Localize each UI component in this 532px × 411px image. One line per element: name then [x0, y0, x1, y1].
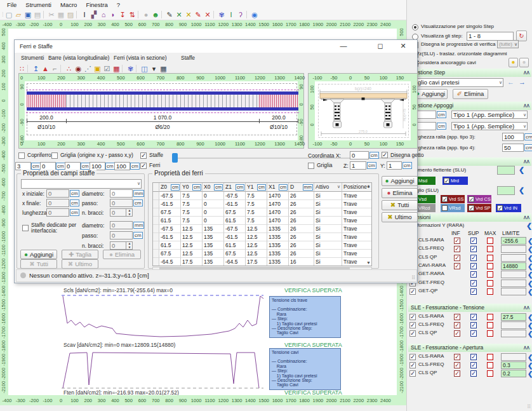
light-on-button[interactable]: ●: [509, 58, 518, 67]
table-cell[interactable]: 12.5: [181, 233, 203, 241]
last-bar-button[interactable]: ✖Ultimo: [382, 212, 418, 222]
table-cell[interactable]: 7.5: [181, 208, 203, 217]
table-cell[interactable]: 61.5: [224, 241, 246, 250]
inf-checkbox[interactable]: [454, 370, 460, 377]
ferri-staffe-dialog[interactable]: Ferri e Staffe — ◻ ✕ StrumentiBarre (vis…: [14, 39, 418, 283]
table-cell[interactable]: 67.5: [224, 208, 246, 217]
inf-checkbox[interactable]: [454, 255, 460, 261]
table-cell[interactable]: 1335: [267, 258, 289, 266]
table-cell[interactable]: Trave: [342, 208, 372, 217]
bulb-box-icon[interactable]: ▣: [93, 64, 102, 73]
table-cell[interactable]: 7.5: [246, 217, 267, 225]
arrows-updown-icon[interactable]: ⇅: [128, 10, 137, 19]
menu-item-macro[interactable]: Macro: [56, 1, 81, 9]
column-header-z0[interactable]: Z0cm: [159, 183, 181, 192]
table-cell[interactable]: Si: [314, 233, 342, 241]
clsrara-limit-field[interactable]: -255.6: [501, 237, 526, 245]
chip-checkbox[interactable]: ✓: [442, 196, 448, 202]
table-cell[interactable]: Si: [314, 208, 342, 217]
column-header-x1[interactable]: X1cm: [267, 183, 289, 192]
inf-checkbox[interactable]: [454, 263, 460, 269]
disegna-getto-checkbox[interactable]: [382, 152, 388, 158]
split-box-icon[interactable]: ◫: [140, 64, 149, 73]
gear-icon[interactable]: ✾: [217, 10, 227, 19]
getfreq-limit-field[interactable]: [501, 280, 526, 287]
table-cell[interactable]: 135: [203, 233, 224, 241]
table-cell[interactable]: Si: [314, 192, 342, 200]
table-cell[interactable]: Trave: [342, 200, 372, 208]
tensioni-header[interactable]: Tensioni∧∧: [408, 213, 531, 222]
arrow-down-icon[interactable]: ↧: [118, 10, 128, 19]
staffe-checkbox[interactable]: [140, 152, 147, 159]
grid-dark-icon[interactable]: ▦: [159, 64, 168, 73]
taglio-chip-vrdsp[interactable]: ✓Vrd SP: [467, 204, 491, 212]
paste-icon[interactable]: ▨: [66, 10, 76, 19]
table-cell[interactable]: 7.5: [181, 217, 203, 225]
passo-input[interactable]: 0: [110, 199, 133, 207]
table-cell[interactable]: -64.5: [159, 258, 181, 266]
momento-expand-icon[interactable]: ❮: [519, 166, 524, 173]
sup-checkbox[interactable]: [470, 238, 477, 244]
table-cell[interactable]: 61.5: [159, 217, 181, 225]
row-expand-icon[interactable]: ❮: [528, 322, 532, 329]
table-cell[interactable]: 12.5: [181, 250, 203, 258]
table-cell[interactable]: 0: [203, 192, 224, 200]
sle2-clsfreq-limit-field[interactable]: 0.3: [501, 361, 526, 369]
light-off-button[interactable]: ●: [519, 58, 529, 67]
table-row[interactable]: -61.512.5135-61.512.5133526SiTrave: [153, 233, 371, 241]
table-cell[interactable]: Trave: [342, 241, 372, 250]
longitudinal-view[interactable]: 0010010020020030030040040050050060060070…: [18, 73, 304, 149]
minimize-button[interactable]: —: [335, 41, 352, 51]
inf-checkbox[interactable]: [454, 314, 460, 320]
xfinale-input[interactable]: 0: [46, 199, 69, 207]
sup-checkbox[interactable]: [470, 288, 477, 295]
table-cell[interactable]: 1335: [267, 250, 289, 258]
max-checkbox[interactable]: [487, 314, 493, 320]
table-cell[interactable]: -61.5: [224, 233, 246, 241]
sup-checkbox[interactable]: [470, 271, 477, 278]
table-cell[interactable]: 26: [289, 200, 314, 208]
ralla3-input[interactable]: 100: [502, 133, 524, 141]
inf-checkbox[interactable]: [454, 322, 460, 328]
column-header-d[interactable]: Dmm: [289, 183, 314, 192]
x-yellow-icon[interactable]: ✕: [184, 10, 194, 19]
dialog-menu-0[interactable]: Strumenti: [21, 55, 44, 61]
table-cell[interactable]: 12.5: [246, 225, 267, 233]
collapse-icon[interactable]: ∧∧: [523, 69, 529, 77]
chip-checkbox[interactable]: ✓: [497, 205, 503, 211]
row-enable-checkbox[interactable]: [409, 314, 416, 320]
x-red-icon[interactable]: ✕: [203, 10, 213, 19]
sup-checkbox[interactable]: [470, 246, 477, 252]
table-cell[interactable]: 26: [289, 192, 314, 200]
column-dropdown-icon[interactable]: ∨: [337, 183, 340, 191]
sle1-clsrara-limit-field[interactable]: 27.5: [501, 313, 526, 321]
deformazioni-expand-icon[interactable]: ❮: [526, 222, 532, 229]
ralla4-input[interactable]: 50: [502, 144, 524, 152]
table-cell[interactable]: 26: [289, 250, 314, 258]
dialog-menu-3[interactable]: Staffe: [181, 55, 195, 61]
chip-checkbox[interactable]: ✓: [469, 196, 474, 202]
taglio-chip-vrdin[interactable]: ✓Vrd IN: [496, 204, 521, 212]
getrara-limit-field[interactable]: [501, 271, 526, 278]
mrd-chip[interactable]: ✓Mrd: [442, 177, 468, 185]
row-enable-checkbox[interactable]: [409, 362, 416, 368]
ibeam-green-icon[interactable]: Ι: [227, 10, 236, 19]
table-row[interactable]: -64.517.5135-64.517.5133516SiTrave: [153, 258, 371, 266]
gestione-step-header[interactable]: Gestione Step∧∧: [408, 69, 531, 77]
sup-checkbox[interactable]: [470, 362, 477, 368]
table-cell[interactable]: 61.5: [224, 217, 246, 225]
taglio-chip-vrdcs[interactable]: ✓Vrd CS: [467, 195, 491, 203]
table-cell[interactable]: 135: [203, 225, 224, 233]
print-icon[interactable]: ▤: [33, 10, 43, 19]
clsfreq-limit-field[interactable]: [501, 245, 526, 253]
row-expand-icon[interactable]: ❮: [528, 238, 532, 245]
dialog-menu-1[interactable]: Barre (vista longitudinale): [48, 55, 109, 61]
table-cell[interactable]: 12.5: [246, 250, 267, 258]
y-input[interactable]: 1: [387, 161, 402, 170]
table-cell[interactable]: 135: [203, 241, 224, 250]
sup-checkbox[interactable]: [470, 322, 477, 328]
raise-arrow-icon[interactable]: ↥: [31, 64, 41, 73]
passo-input[interactable]: 0: [110, 231, 133, 239]
table-row[interactable]: -67.57.50-67.57.5147026SiTrave: [153, 192, 371, 200]
dialog-menu-2[interactable]: Ferri (vista in sezione): [114, 55, 167, 61]
